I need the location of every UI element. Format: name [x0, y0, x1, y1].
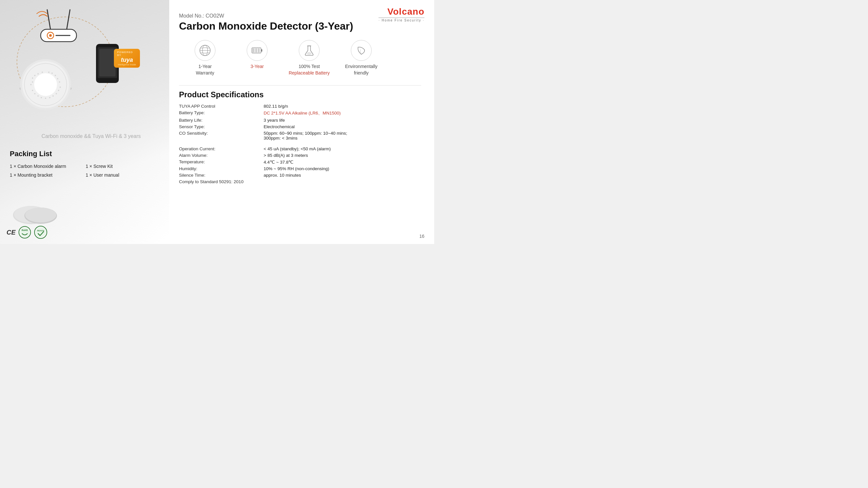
spec-value-8: 10% ~ 95% RH (non-condensing)	[264, 166, 421, 171]
packing-col-1: 1 × Carbon Monoxide alarm 1 × Mounting b…	[10, 162, 66, 179]
packing-item-1: 1 × Carbon Monoxide alarm	[10, 162, 66, 171]
svg-line-0	[47, 10, 51, 29]
svg-point-11	[34, 73, 57, 96]
spec-label-2: Battery Life:	[179, 118, 264, 123]
spec-label-8: Humidity:	[179, 166, 264, 171]
packing-section: Packing List 1 × Carbon Monoxide alarm 1…	[10, 150, 119, 179]
svg-point-25	[58, 90, 59, 91]
packing-item-3: 1 × Screw Kit	[86, 162, 119, 171]
svg-point-32	[42, 72, 43, 73]
feature-battery-life: 3-Year	[231, 40, 283, 70]
spec-value-2: 3 years life	[264, 118, 421, 123]
packing-item-4: 1 × User manual	[86, 171, 119, 180]
right-panel: Volcano · Home Fire Security · Model No.…	[169, 0, 434, 244]
rohs-badge: RoHS	[18, 226, 31, 239]
svg-rect-55	[255, 48, 257, 53]
svg-point-19	[37, 95, 39, 97]
reach-badge: REACH	[34, 225, 48, 239]
warranty-icon	[195, 40, 215, 61]
detector-images	[10, 202, 59, 226]
router-illustration	[33, 6, 85, 47]
logo-o: o	[418, 6, 425, 17]
packing-col-2: 1 × Screw Kit 1 × User manual	[86, 162, 119, 179]
brand-logo: Volcano · Home Fire Security ·	[378, 6, 425, 22]
svg-point-26	[60, 87, 61, 88]
svg-point-21	[45, 98, 46, 99]
specs-grid: TUYA APP Control 802.11 b/g/n Battery Ty…	[179, 104, 421, 184]
features-row: 1-Year Warranty	[179, 40, 421, 76]
test-label: 100% Test Replaceable Battery	[289, 63, 330, 76]
spec-value-1: DC 2*1.5V AA Alkaline (LR6、MN1500)	[264, 110, 421, 116]
feature-warranty: 1-Year Warranty	[179, 40, 231, 76]
left-panel: Powered by tuya Intelligence Inside Carb…	[0, 0, 169, 244]
spec-label-5: Operation Current:	[179, 147, 264, 151]
feature-test: 100% Test Replaceable Battery	[283, 40, 335, 76]
svg-line-1	[67, 10, 70, 29]
spec-label-9: Silence Time:	[179, 173, 264, 177]
spec-value-0: 802.11 b/g/n	[264, 104, 421, 109]
logo-name-part1: Volcan	[387, 6, 418, 17]
svg-point-14	[37, 73, 39, 74]
svg-point-13	[34, 75, 35, 76]
tuya-badge: Powered by tuya Intelligence Inside	[114, 49, 140, 68]
feature-eco: Environmentally friendly	[335, 40, 387, 76]
packing-item-2: 1 × Mounting bracket	[10, 171, 66, 180]
spec-label-0: TUYA APP Control	[179, 104, 264, 109]
spec-label-10: Comply to Standard 50291: 2010	[179, 179, 421, 184]
packing-columns: 1 × Carbon Monoxide alarm 1 × Mounting b…	[10, 162, 119, 179]
cert-badges: CE RoHS REACH	[6, 225, 48, 239]
svg-point-18	[34, 93, 35, 94]
logo-subtitle: · Home Fire Security ·	[378, 18, 425, 22]
spec-value-4: 50ppm: 60~90 mins; 100ppm: 10~40 mins; 3…	[264, 131, 421, 140]
svg-text:RoHS: RoHS	[22, 229, 28, 231]
battery-icon	[247, 40, 268, 61]
svg-point-28	[57, 78, 58, 79]
co-detector-device	[18, 59, 73, 115]
device-caption: Carbon monoxide && Tuya Wi-Fi & 3 years	[20, 133, 163, 139]
eco-icon	[351, 40, 372, 61]
svg-point-23	[53, 95, 54, 97]
warranty-label: 1-Year Warranty	[196, 63, 214, 76]
phone-illustration: Powered by tuya Intelligence Inside	[94, 42, 120, 86]
svg-point-31	[48, 72, 50, 73]
svg-point-20	[41, 97, 42, 98]
svg-point-12	[32, 77, 33, 79]
spec-label-7: Temperature:	[179, 159, 264, 165]
svg-point-27	[59, 82, 60, 83]
spec-value-6: > 85 dB(A) at 3 meters	[264, 153, 421, 158]
svg-point-16	[30, 84, 32, 85]
spec-label-3: Sensor Type:	[179, 124, 264, 129]
packing-title: Packing List	[10, 150, 119, 158]
svg-point-30	[52, 72, 53, 74]
svg-rect-36	[99, 49, 116, 76]
svg-rect-54	[253, 48, 254, 53]
test-icon	[299, 40, 319, 61]
svg-point-15	[32, 82, 33, 83]
spec-value-9: approx. 10 minutes	[264, 173, 421, 177]
svg-point-22	[49, 97, 51, 98]
svg-point-29	[55, 75, 56, 76]
specs-title: Product Specifications	[179, 90, 421, 99]
svg-text:REACH: REACH	[37, 230, 44, 232]
spec-value-7: 4.4℃ ~ 37.8℃	[264, 159, 421, 165]
spec-label-6: Alarm Volume:	[179, 153, 264, 158]
ce-mark: CE	[6, 229, 16, 236]
svg-point-4	[49, 34, 52, 37]
svg-point-17	[32, 90, 33, 91]
svg-rect-53	[261, 49, 262, 52]
spec-label-4: CO Sensitivity:	[179, 131, 264, 140]
spec-label-1: Battery Type:	[179, 110, 264, 116]
svg-rect-56	[258, 48, 260, 53]
svg-point-47	[36, 227, 45, 237]
spec-value-5: < 45 uA (standby); <50 mA (alarm)	[264, 147, 421, 151]
eco-label: Environmentally friendly	[345, 63, 377, 76]
divider	[179, 85, 421, 86]
product-page: Powered by tuya Intelligence Inside Carb…	[0, 0, 434, 244]
spec-value-3: Electrochemical	[264, 124, 421, 129]
svg-point-41	[25, 207, 56, 223]
svg-point-58	[307, 52, 311, 55]
svg-point-24	[56, 93, 57, 94]
page-number: 16	[419, 234, 425, 239]
battery-life-label: 3-Year	[251, 63, 264, 70]
